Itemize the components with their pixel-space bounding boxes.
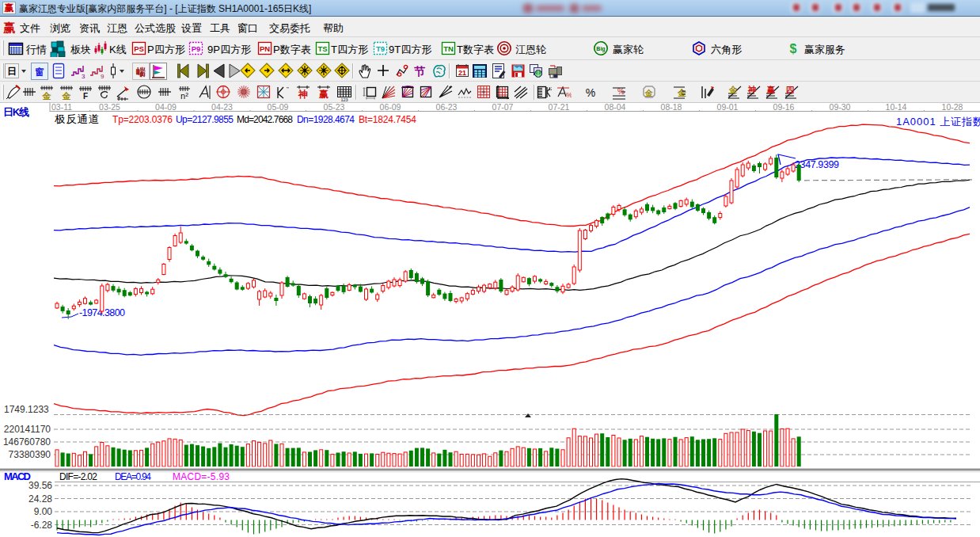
svg-text:P9: P9 [192, 44, 201, 53]
svg-text:08-04: 08-04 [605, 102, 626, 112]
svg-text:赢: 赢 [318, 89, 329, 100]
svg-text:10-14: 10-14 [886, 102, 907, 112]
svg-text:TN: TN [443, 44, 454, 53]
svg-text:06-23: 06-23 [436, 102, 458, 112]
svg-text:03-25: 03-25 [99, 102, 120, 112]
svg-text:09-30: 09-30 [830, 102, 851, 112]
svg-text:DIF=-2.02: DIF=-2.02 [59, 471, 97, 482]
svg-text:24.28: 24.28 [28, 493, 52, 505]
svg-text:%: % [586, 86, 595, 99]
svg-text:金: 金 [728, 85, 738, 94]
svg-text:PS: PS [134, 44, 144, 53]
svg-text:日: 日 [7, 66, 17, 77]
svg-text:T9: T9 [376, 44, 385, 53]
svg-text:极反通道: 极反通道 [55, 113, 99, 125]
svg-text:PN: PN [260, 44, 270, 53]
svg-text:%: % [566, 91, 572, 99]
svg-text:神: 神 [747, 85, 757, 94]
svg-text:日K线: 日K线 [3, 106, 29, 118]
svg-text:9.00: 9.00 [34, 506, 53, 517]
svg-text:㟨: 㟨 [136, 67, 146, 78]
svg-text:Md=2042.7668: Md=2042.7668 [237, 114, 293, 125]
svg-text:窗: 窗 [35, 67, 44, 77]
svg-text:05-09: 05-09 [268, 102, 289, 112]
svg-text:四: 四 [786, 85, 795, 94]
svg-text:2347.9399: 2347.9399 [795, 159, 839, 170]
svg-text:123: 123 [549, 86, 552, 91]
svg-text:07-07: 07-07 [492, 102, 514, 112]
svg-text:-6.28: -6.28 [31, 520, 53, 531]
svg-text:1A0001 上证指数: 1A0001 上证指数 [896, 116, 980, 128]
svg-text:Tp=2203.0376: Tp=2203.0376 [112, 114, 173, 125]
svg-text:金: 金 [644, 89, 653, 97]
svg-text:TS: TS [317, 44, 327, 53]
svg-text:MACD=-5.93: MACD=-5.93 [173, 471, 230, 482]
svg-text:Up=2127.9855: Up=2127.9855 [176, 114, 234, 125]
svg-text:神: 神 [298, 89, 308, 100]
svg-text:39.56: 39.56 [28, 480, 52, 491]
svg-text:10-28: 10-28 [942, 102, 963, 112]
svg-text:07-21: 07-21 [549, 102, 570, 112]
svg-text:Bt=1824.7454: Bt=1824.7454 [359, 114, 416, 125]
svg-text:MACD: MACD [4, 470, 31, 482]
svg-text:Big: Big [596, 46, 605, 52]
svg-text:DEA=0.94: DEA=0.94 [115, 471, 151, 482]
svg-text:04-09: 04-09 [155, 102, 177, 112]
svg-text:06-09: 06-09 [380, 102, 401, 112]
svg-text:05-23: 05-23 [324, 102, 345, 112]
svg-text:09-16: 09-16 [773, 102, 795, 112]
svg-text:1749.1233: 1749.1233 [4, 404, 49, 415]
svg-text:08-18: 08-18 [661, 102, 682, 112]
svg-text:Dn=1928.4674: Dn=1928.4674 [297, 114, 355, 125]
svg-text:3: 3 [82, 73, 85, 80]
svg-text:赢: 赢 [766, 85, 776, 94]
svg-text:73380390: 73380390 [9, 449, 51, 460]
svg-text:220141170: 220141170 [4, 424, 51, 435]
svg-text:09-01: 09-01 [717, 102, 739, 112]
svg-text:03-11: 03-11 [51, 102, 72, 112]
svg-text:9: 9 [101, 73, 104, 80]
svg-text:": " [287, 86, 289, 93]
svg-text:$: $ [790, 42, 797, 55]
svg-text:金: 金 [677, 88, 687, 97]
svg-text:21: 21 [458, 69, 466, 77]
svg-text:04-23: 04-23 [211, 102, 233, 112]
svg-text:146760780: 146760780 [3, 436, 51, 448]
svg-text:节: 节 [414, 65, 426, 78]
